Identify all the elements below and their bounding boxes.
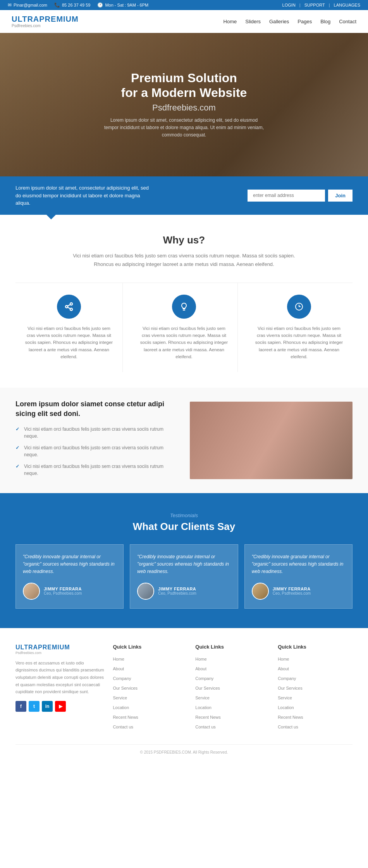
testimonial-2: "Credibly innovate granular internal or … bbox=[130, 544, 238, 609]
avatar-2 bbox=[137, 583, 154, 600]
footer-link-news-2[interactable]: Recent News bbox=[195, 715, 220, 720]
footer-link-about-1[interactable]: About bbox=[113, 666, 124, 671]
testimonial-3-name: JIMMY FERRARA bbox=[273, 587, 311, 591]
phone-item: 📞 85 26 37 49 59 bbox=[54, 2, 90, 8]
support-link[interactable]: SUPPORT bbox=[304, 3, 325, 7]
svg-line-4 bbox=[68, 304, 71, 306]
svg-point-0 bbox=[70, 303, 72, 305]
nav-home[interactable]: Home bbox=[224, 19, 237, 24]
footer-link-location-1[interactable]: Location bbox=[113, 705, 129, 710]
hero-section: Premium Solution for a Modern Website Ps… bbox=[0, 33, 368, 176]
logo-sub: Psdfreebies.com bbox=[12, 24, 79, 28]
footer-link-about-2[interactable]: About bbox=[195, 666, 206, 671]
testimonials-label: Testimonials bbox=[15, 513, 353, 518]
footer-link-services-3[interactable]: Our Services bbox=[278, 686, 303, 690]
footer-link-news-1[interactable]: Recent News bbox=[113, 715, 138, 720]
info-image bbox=[190, 402, 353, 479]
hours-text: Mon - Sat : 9AM - 6PM bbox=[105, 3, 148, 7]
footer-link-company-3[interactable]: Company bbox=[278, 676, 296, 681]
email-item: ✉ Pinar@gmail.com bbox=[8, 2, 47, 8]
info-text: Lorem ipsum dolor siamet conse ctetur ad… bbox=[15, 399, 178, 481]
nav-pages[interactable]: Pages bbox=[297, 19, 312, 24]
hero-subtitle: Psdfreebies.com bbox=[103, 103, 265, 113]
testimonial-3-info: JIMMY FERRARA Ceo, Psdfreebies.com bbox=[273, 587, 311, 595]
footer-link-location-3[interactable]: Location bbox=[278, 705, 294, 710]
footer-social: f t in ▶ bbox=[15, 701, 105, 712]
footer-link-company-2[interactable]: Company bbox=[195, 676, 213, 681]
languages-link[interactable]: LANGUAGES bbox=[334, 3, 360, 7]
avatar-3 bbox=[252, 583, 269, 600]
svg-point-2 bbox=[70, 308, 72, 311]
footer-link-service-1[interactable]: Service bbox=[113, 695, 127, 700]
top-bar-left: ✉ Pinar@gmail.com 📞 85 26 37 49 59 🕐 Mon… bbox=[8, 2, 148, 8]
footer-link-services-1[interactable]: Our Services bbox=[113, 686, 138, 690]
linkedin-button[interactable]: in bbox=[42, 701, 53, 712]
footer-link-service-2[interactable]: Service bbox=[195, 695, 210, 700]
facebook-button[interactable]: f bbox=[15, 701, 26, 712]
top-bar-right: LOGIN | SUPPORT | LANGUAGES bbox=[282, 3, 360, 7]
testimonial-1: "Credibly innovate granular internal or … bbox=[15, 544, 124, 609]
footer-col-3: Quick Links Home About Company Our Servi… bbox=[278, 644, 353, 733]
nav-galleries[interactable]: Galleries bbox=[269, 19, 289, 24]
info-item-1: Vici nisi etiam orci faucibus felis just… bbox=[15, 426, 178, 440]
footer-link-location-2[interactable]: Location bbox=[195, 705, 212, 710]
hours-item: 🕐 Mon - Sat : 9AM - 6PM bbox=[97, 2, 148, 8]
footer-link-contact-3[interactable]: Contact us bbox=[278, 725, 298, 729]
info-list: Vici nisi etiam orci faucibus felis just… bbox=[15, 426, 178, 477]
footer-bottom: © 2015 PSDFREEBIES.COM. All Rights Reser… bbox=[15, 744, 353, 754]
testimonial-3-author: JIMMY FERRARA Ceo, Psdfreebies.com bbox=[252, 583, 345, 600]
footer-links-1: Home About Company Our Services Service … bbox=[113, 655, 187, 730]
testimonial-1-info: JIMMY FERRARA Ceo, Psdfreebies.com bbox=[44, 587, 82, 595]
hero-desc: Lorem ipsum dolor sit amet, consectetur … bbox=[103, 117, 265, 139]
login-link[interactable]: LOGIN bbox=[282, 3, 296, 7]
footer-link-home-1[interactable]: Home bbox=[113, 657, 124, 661]
hero-title: Premium Solution for a Modern Website bbox=[103, 71, 265, 100]
testimonial-1-quote: "Credibly innovate granular internal or … bbox=[23, 553, 116, 576]
testimonials-grid: "Credibly innovate granular internal or … bbox=[15, 544, 353, 609]
footer-link-home-3[interactable]: Home bbox=[278, 657, 289, 661]
testimonial-2-info: JIMMY FERRARA Ceo, Psdfreebies.com bbox=[158, 587, 196, 595]
nav-blog[interactable]: Blog bbox=[320, 19, 330, 24]
footer-grid: ULTRAPREMIUM Psdfreebies.com Vero eos et… bbox=[15, 644, 353, 733]
footer-links-3: Home About Company Our Services Service … bbox=[278, 655, 353, 730]
nav-sliders[interactable]: Sliders bbox=[245, 19, 261, 24]
subscribe-button[interactable]: Join bbox=[328, 190, 353, 202]
youtube-button[interactable]: ▶ bbox=[55, 701, 66, 712]
features-grid: Vici nisi etiam orci faucibus felis just… bbox=[15, 283, 353, 372]
main-nav: Home Sliders Galleries Pages Blog Contac… bbox=[224, 19, 356, 24]
logo: ULTRAPREMIUM Psdfreebies.com bbox=[12, 15, 79, 28]
footer-link-services-2[interactable]: Our Services bbox=[195, 686, 220, 690]
time-icon bbox=[287, 295, 311, 319]
info-item-3: Vici nisi etiam orci faucibus felis just… bbox=[15, 463, 178, 477]
feature-clock-text: Vici nisi etiam orci faucibus felis just… bbox=[253, 325, 345, 361]
logo-text: ULTRAPREMIUM bbox=[12, 15, 79, 24]
testimonial-3-role: Ceo, Psdfreebies.com bbox=[273, 591, 311, 595]
footer-link-home-2[interactable]: Home bbox=[195, 657, 206, 661]
footer-link-contact-2[interactable]: Contact us bbox=[195, 725, 216, 729]
feature-share-text: Vici nisi etiam orci faucibus felis just… bbox=[23, 325, 115, 361]
subscribe-input[interactable] bbox=[248, 190, 325, 202]
why-us-desc: Vici nisi etiam orci faucibus felis just… bbox=[68, 252, 300, 269]
footer-link-company-1[interactable]: Company bbox=[113, 676, 131, 681]
email-icon: ✉ bbox=[8, 2, 12, 8]
footer-link-about-3[interactable]: About bbox=[278, 666, 289, 671]
bulb-icon bbox=[172, 295, 196, 319]
why-us-title: Why us? bbox=[15, 234, 353, 246]
twitter-button[interactable]: t bbox=[29, 701, 40, 712]
footer-links-2: Home About Company Our Services Service … bbox=[195, 655, 270, 730]
footer-link-news-3[interactable]: Recent News bbox=[278, 715, 303, 720]
copyright: © 2015 PSDFREEBIES.COM. All Rights Reser… bbox=[140, 750, 228, 754]
feature-share: Vici nisi etiam orci faucibus felis just… bbox=[15, 283, 123, 372]
footer-col-1: Quick Links Home About Company Our Servi… bbox=[113, 644, 187, 733]
footer-link-contact-1[interactable]: Contact us bbox=[113, 725, 133, 729]
footer-about: Vero eos et accusamus et iusto odio dign… bbox=[15, 659, 105, 695]
why-us-section: Why us? Vici nisi etiam orci faucibus fe… bbox=[0, 215, 368, 388]
phone-icon: 📞 bbox=[54, 2, 60, 8]
footer-logo: ULTRAPREMIUM bbox=[15, 644, 105, 651]
footer-link-service-3[interactable]: Service bbox=[278, 695, 292, 700]
testimonial-1-name: JIMMY FERRARA bbox=[44, 587, 82, 591]
testimonial-2-name: JIMMY FERRARA bbox=[158, 587, 196, 591]
nav-contact[interactable]: Contact bbox=[339, 19, 356, 24]
testimonial-2-role: Ceo, Psdfreebies.com bbox=[158, 591, 196, 595]
info-section: Lorem ipsum dolor siamet conse ctetur ad… bbox=[0, 388, 368, 493]
